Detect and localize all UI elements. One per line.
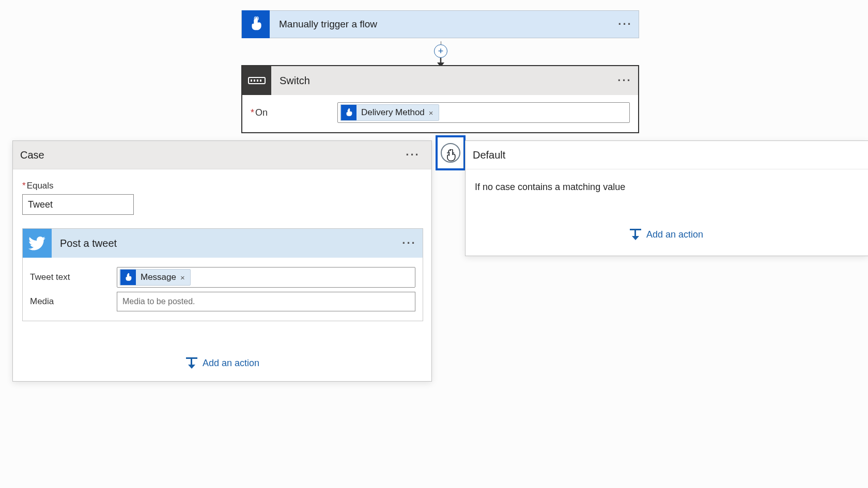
switch-icon [242, 66, 271, 95]
switch-on-label: *On [251, 107, 337, 118]
switch-header[interactable]: Switch ··· [242, 66, 638, 95]
tweet-media-label: Media [30, 296, 117, 307]
trigger-title: Manually trigger a flow [270, 19, 618, 30]
post-tweet-more-icon[interactable]: ··· [402, 237, 423, 250]
case-more-icon[interactable]: ··· [406, 148, 426, 162]
case-card: Case ··· *Equals Post a tweet ··· Tweet … [12, 140, 432, 382]
remove-token-icon[interactable]: × [179, 273, 190, 282]
default-title: Default [473, 149, 505, 161]
add-action-label: Add an action [646, 229, 703, 240]
default-description: If no case contains a matching value [475, 182, 859, 193]
post-tweet-card: Post a tweet ··· Tweet text Message [22, 228, 423, 321]
trigger-more-icon[interactable]: ··· [618, 18, 639, 31]
insert-step-button[interactable]: + [434, 44, 447, 58]
connector: + [434, 41, 447, 68]
manual-trigger-icon [341, 105, 357, 120]
remove-token-icon[interactable]: × [428, 108, 439, 117]
token-label: Message [136, 272, 179, 282]
tweet-text-label: Tweet text [30, 272, 117, 282]
default-header[interactable]: Default [466, 141, 868, 169]
equals-input[interactable] [22, 194, 134, 215]
twitter-icon [23, 229, 52, 258]
switch-title: Switch [271, 75, 617, 87]
switch-on-input[interactable]: Delivery Method × [337, 102, 630, 123]
trigger-card[interactable]: Manually trigger a flow ··· [241, 10, 639, 38]
add-case-button[interactable] [436, 135, 466, 170]
switch-more-icon[interactable]: ··· [617, 74, 638, 87]
insert-action-icon [630, 229, 641, 240]
svg-rect-6 [257, 80, 258, 82]
token-message: Message × [119, 269, 191, 286]
svg-rect-4 [251, 80, 252, 82]
post-tweet-header[interactable]: Post a tweet ··· [23, 229, 423, 258]
cursor-icon [446, 149, 460, 165]
plus-circle-icon [441, 143, 460, 163]
svg-rect-5 [254, 80, 255, 82]
case-add-action-button[interactable]: Add an action [22, 357, 423, 369]
switch-body: *On Delivery Method × [242, 95, 638, 132]
default-add-action-button[interactable]: Add an action [630, 229, 859, 240]
tweet-text-input[interactable]: Message × [117, 267, 415, 288]
token-delivery-method: Delivery Method × [340, 104, 439, 121]
switch-card: Switch ··· *On Delivery Method × [241, 65, 639, 133]
insert-action-icon [186, 357, 197, 369]
token-label: Delivery Method [357, 107, 428, 118]
manual-trigger-icon [242, 10, 270, 38]
case-title: Case [20, 149, 406, 161]
default-card: Default If no case contains a matching v… [465, 140, 868, 256]
add-action-label: Add an action [203, 358, 259, 369]
post-tweet-title: Post a tweet [52, 238, 402, 249]
svg-rect-7 [260, 80, 261, 82]
case-header[interactable]: Case ··· [13, 141, 431, 169]
manual-trigger-icon [120, 270, 136, 285]
equals-label: *Equals [22, 181, 423, 191]
tweet-media-input[interactable] [117, 292, 415, 311]
